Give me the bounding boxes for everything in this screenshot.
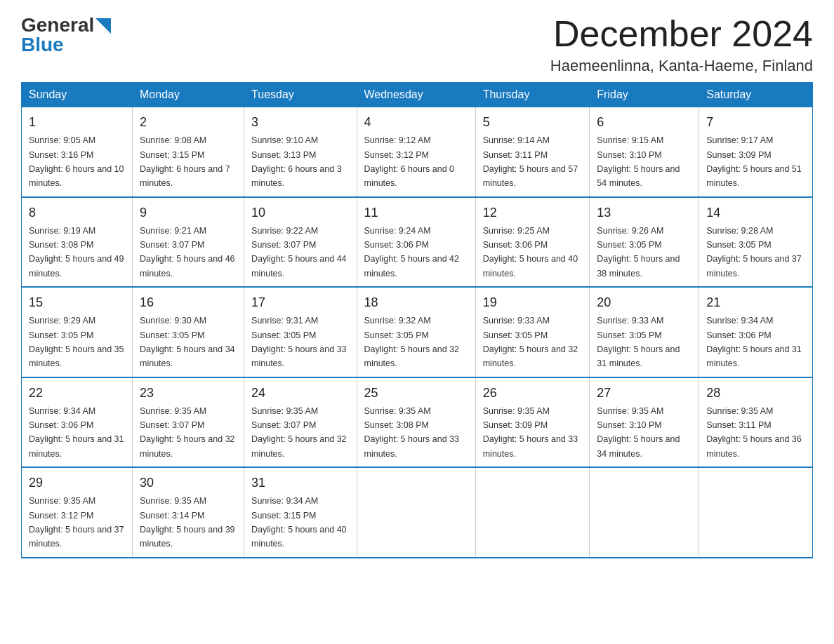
day-number: 25 (364, 384, 468, 403)
calendar-cell: 4 Sunrise: 9:12 AMSunset: 3:12 PMDayligh… (357, 107, 475, 197)
day-info: Sunrise: 9:10 AMSunset: 3:13 PMDaylight:… (251, 135, 342, 188)
logo-blue-text: Blue (21, 34, 64, 56)
weekday-header-tuesday: Tuesday (244, 83, 357, 107)
calendar-cell: 6 Sunrise: 9:15 AMSunset: 3:10 PMDayligh… (590, 107, 699, 197)
day-number: 12 (483, 203, 583, 222)
day-info: Sunrise: 9:30 AMSunset: 3:05 PMDaylight:… (140, 316, 235, 368)
calendar-cell: 3 Sunrise: 9:10 AMSunset: 3:13 PMDayligh… (244, 107, 357, 197)
day-number: 19 (483, 293, 583, 312)
weekday-header-wednesday: Wednesday (357, 83, 475, 107)
day-info: Sunrise: 9:34 AMSunset: 3:15 PMDaylight:… (251, 496, 347, 549)
calendar-cell: 18 Sunrise: 9:32 AMSunset: 3:05 PMDaylig… (357, 287, 475, 377)
day-number: 4 (364, 113, 468, 132)
calendar-cell: 27 Sunrise: 9:35 AMSunset: 3:10 PMDaylig… (590, 377, 699, 468)
calendar-cell: 28 Sunrise: 9:35 AMSunset: 3:11 PMDaylig… (699, 377, 813, 468)
day-number: 7 (706, 113, 805, 132)
calendar-cell: 7 Sunrise: 9:17 AMSunset: 3:09 PMDayligh… (699, 107, 813, 197)
weekday-header-saturday: Saturday (699, 83, 813, 107)
calendar-cell: 24 Sunrise: 9:35 AMSunset: 3:07 PMDaylig… (244, 377, 357, 468)
day-info: Sunrise: 9:34 AMSunset: 3:06 PMDaylight:… (706, 316, 802, 368)
day-info: Sunrise: 9:05 AMSunset: 3:16 PMDaylight:… (29, 135, 124, 188)
calendar-cell: 8 Sunrise: 9:19 AMSunset: 3:08 PMDayligh… (22, 197, 133, 288)
day-info: Sunrise: 9:24 AMSunset: 3:06 PMDaylight:… (364, 226, 460, 279)
day-info: Sunrise: 9:29 AMSunset: 3:05 PMDaylight:… (29, 316, 124, 368)
day-number: 16 (140, 293, 237, 312)
day-info: Sunrise: 9:35 AMSunset: 3:14 PMDaylight:… (140, 496, 235, 549)
day-info: Sunrise: 9:28 AMSunset: 3:05 PMDaylight:… (706, 226, 802, 279)
calendar-week-4: 22 Sunrise: 9:34 AMSunset: 3:06 PMDaylig… (22, 377, 813, 468)
day-info: Sunrise: 9:17 AMSunset: 3:09 PMDaylight:… (706, 135, 802, 188)
month-year-title: December 2024 (550, 14, 813, 54)
day-info: Sunrise: 9:26 AMSunset: 3:05 PMDaylight:… (597, 226, 680, 279)
weekday-header-thursday: Thursday (475, 83, 590, 107)
day-info: Sunrise: 9:35 AMSunset: 3:09 PMDaylight:… (483, 406, 578, 459)
day-info: Sunrise: 9:25 AMSunset: 3:06 PMDaylight:… (483, 226, 578, 279)
day-number: 15 (29, 293, 125, 312)
calendar-cell (699, 467, 813, 558)
day-number: 2 (140, 113, 237, 132)
day-info: Sunrise: 9:22 AMSunset: 3:07 PMDaylight:… (251, 226, 347, 279)
weekday-header-row: SundayMondayTuesdayWednesdayThursdayFrid… (22, 83, 813, 107)
calendar-week-1: 1 Sunrise: 9:05 AMSunset: 3:16 PMDayligh… (22, 107, 813, 197)
day-number: 8 (29, 203, 125, 222)
weekday-header-sunday: Sunday (22, 83, 133, 107)
day-number: 3 (251, 113, 349, 132)
day-number: 28 (706, 384, 805, 403)
calendar-cell: 11 Sunrise: 9:24 AMSunset: 3:06 PMDaylig… (357, 197, 475, 288)
calendar-cell: 29 Sunrise: 9:35 AMSunset: 3:12 PMDaylig… (22, 467, 133, 558)
day-info: Sunrise: 9:35 AMSunset: 3:07 PMDaylight:… (140, 406, 235, 459)
day-info: Sunrise: 9:21 AMSunset: 3:07 PMDaylight:… (140, 226, 235, 279)
calendar-cell: 31 Sunrise: 9:34 AMSunset: 3:15 PMDaylig… (244, 467, 357, 558)
calendar-cell: 17 Sunrise: 9:31 AMSunset: 3:05 PMDaylig… (244, 287, 357, 377)
day-number: 27 (597, 384, 691, 403)
page-header: General Blue December 2024 Haemeenlinna,… (21, 14, 813, 75)
day-info: Sunrise: 9:35 AMSunset: 3:12 PMDaylight:… (29, 496, 124, 549)
calendar-cell: 26 Sunrise: 9:35 AMSunset: 3:09 PMDaylig… (475, 377, 590, 468)
day-number: 6 (597, 113, 691, 132)
day-info: Sunrise: 9:34 AMSunset: 3:06 PMDaylight:… (29, 406, 124, 459)
calendar-cell: 5 Sunrise: 9:14 AMSunset: 3:11 PMDayligh… (475, 107, 590, 197)
day-info: Sunrise: 9:15 AMSunset: 3:10 PMDaylight:… (597, 135, 680, 188)
day-info: Sunrise: 9:35 AMSunset: 3:10 PMDaylight:… (597, 406, 680, 459)
calendar-cell: 13 Sunrise: 9:26 AMSunset: 3:05 PMDaylig… (590, 197, 699, 288)
day-info: Sunrise: 9:33 AMSunset: 3:05 PMDaylight:… (483, 316, 578, 368)
calendar-week-3: 15 Sunrise: 9:29 AMSunset: 3:05 PMDaylig… (22, 287, 813, 377)
day-number: 23 (140, 384, 237, 403)
calendar-body: 1 Sunrise: 9:05 AMSunset: 3:16 PMDayligh… (22, 107, 813, 558)
calendar-cell: 10 Sunrise: 9:22 AMSunset: 3:07 PMDaylig… (244, 197, 357, 288)
day-number: 22 (29, 384, 125, 403)
svg-marker-0 (95, 18, 111, 34)
calendar-cell (475, 467, 590, 558)
calendar-cell: 25 Sunrise: 9:35 AMSunset: 3:08 PMDaylig… (357, 377, 475, 468)
day-number: 11 (364, 203, 468, 222)
calendar-cell: 22 Sunrise: 9:34 AMSunset: 3:06 PMDaylig… (22, 377, 133, 468)
day-number: 29 (29, 474, 125, 492)
day-number: 17 (251, 293, 349, 312)
logo: General Blue (21, 14, 111, 56)
title-section: December 2024 Haemeenlinna, Kanta-Haeme,… (550, 14, 813, 75)
day-number: 5 (483, 113, 583, 132)
day-info: Sunrise: 9:32 AMSunset: 3:05 PMDaylight:… (364, 316, 460, 368)
day-info: Sunrise: 9:33 AMSunset: 3:05 PMDaylight:… (597, 316, 680, 368)
day-number: 14 (706, 203, 805, 222)
day-number: 31 (251, 474, 349, 492)
calendar-cell: 15 Sunrise: 9:29 AMSunset: 3:05 PMDaylig… (22, 287, 133, 377)
calendar-table: SundayMondayTuesdayWednesdayThursdayFrid… (21, 82, 813, 558)
calendar-cell: 1 Sunrise: 9:05 AMSunset: 3:16 PMDayligh… (22, 107, 133, 197)
calendar-cell (590, 467, 699, 558)
day-number: 18 (364, 293, 468, 312)
calendar-cell (357, 467, 475, 558)
day-info: Sunrise: 9:14 AMSunset: 3:11 PMDaylight:… (483, 135, 578, 188)
calendar-cell: 30 Sunrise: 9:35 AMSunset: 3:14 PMDaylig… (133, 467, 244, 558)
day-info: Sunrise: 9:35 AMSunset: 3:11 PMDaylight:… (706, 406, 802, 459)
logo-arrow-icon (95, 18, 111, 34)
calendar-header: SundayMondayTuesdayWednesdayThursdayFrid… (22, 83, 813, 107)
calendar-week-2: 8 Sunrise: 9:19 AMSunset: 3:08 PMDayligh… (22, 197, 813, 288)
calendar-cell: 16 Sunrise: 9:30 AMSunset: 3:05 PMDaylig… (133, 287, 244, 377)
calendar-cell: 12 Sunrise: 9:25 AMSunset: 3:06 PMDaylig… (475, 197, 590, 288)
day-info: Sunrise: 9:31 AMSunset: 3:05 PMDaylight:… (251, 316, 347, 368)
location-subtitle: Haemeenlinna, Kanta-Haeme, Finland (550, 57, 813, 75)
calendar-cell: 14 Sunrise: 9:28 AMSunset: 3:05 PMDaylig… (699, 197, 813, 288)
calendar-cell: 9 Sunrise: 9:21 AMSunset: 3:07 PMDayligh… (133, 197, 244, 288)
day-number: 13 (597, 203, 691, 222)
